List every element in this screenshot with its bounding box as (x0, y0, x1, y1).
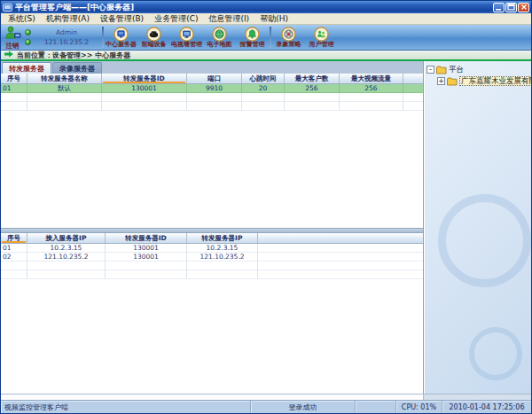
table-row-selected[interactable]: 01 默认 130001 9910 20 256 256 (1, 84, 423, 93)
tree-node-label-selected: 广东嘉耀木业发展有限公司 (459, 76, 531, 86)
column-header[interactable]: 转发服务器名称 (27, 74, 102, 83)
toolbar-button-label: 录象策略 (277, 42, 301, 48)
menu-bar: 系统(S) 机构管理(A) 设备管理(B) 业务管理(C) 信息管理(I) 帮助… (1, 13, 531, 25)
e-map-icon (212, 27, 227, 42)
toolbar: 注销 Admin 121.10.235.2 中心服务器 前端设备 (1, 25, 531, 51)
statusbar-cpu-usage: CPU: 01% (396, 401, 442, 413)
column-header[interactable]: 最大客户数 (285, 74, 340, 83)
table-row[interactable]: 01 10.2.3.15 130001 10.2.3.15 (1, 244, 423, 253)
close-button[interactable] (518, 3, 529, 12)
menu-information[interactable]: 信息管理(I) (203, 13, 254, 24)
forward-table-body: 01 默认 130001 9910 20 256 256 (1, 84, 423, 228)
menu-help[interactable]: 帮助(H) (254, 13, 293, 24)
statusbar-login-status: 登录成功 (251, 401, 356, 413)
tab-forward-server[interactable]: 转发服务器 (2, 62, 51, 74)
cell: 10.2.3.15 (187, 244, 258, 253)
column-header[interactable]: 序号 (1, 74, 27, 83)
front-device-icon (146, 27, 161, 42)
column-header[interactable]: 端口 (187, 74, 242, 83)
minimize-button[interactable] (493, 3, 505, 12)
toolbar-secondary-group: 录象策略 用户管理 (272, 25, 338, 50)
expand-expander-icon[interactable]: + (437, 77, 445, 85)
toolbar-button-record-policy[interactable]: 录象策略 (272, 25, 305, 50)
app-window: 平台管理客户端——[中心服务器] 系统(S) 机构管理(A) 设备管理(B) 业… (0, 0, 532, 414)
window-controls (493, 3, 529, 12)
cell: 121.10.235.2 (187, 253, 258, 262)
logout-button[interactable]: 注销 (3, 26, 22, 50)
cell: 130001 (106, 244, 187, 253)
collapse-expander-icon[interactable]: - (426, 66, 434, 74)
toolbar-button-center-server[interactable]: 中心服务器 (105, 25, 137, 50)
window-title: 平台管理客户端——[中心服务器] (15, 4, 490, 12)
access-table-header: 序号 接入服务器IP 转发服务器ID 转发服务器IP (1, 233, 423, 244)
column-header-sorted[interactable]: 序号 (1, 233, 27, 243)
toolbar-main-group: 中心服务器 前端设备 电视墙管理 电子地图 报警管理 (105, 25, 269, 50)
table-row[interactable]: 02 121.10.235.2 130001 121.10.235.2 (1, 253, 423, 262)
connection-leds (25, 29, 31, 45)
tree-node-label: 平台 (449, 66, 464, 74)
tree-node-company[interactable]: + 广东嘉耀木业发展有限公司 (426, 75, 529, 87)
cell: 121.10.235.2 (27, 253, 106, 262)
toolbar-button-front-device[interactable]: 前端设备 (137, 25, 170, 50)
status-led-icon (25, 29, 31, 35)
breadcrumb-label: 当前位置：设备管理>> 中心服务器 (17, 51, 130, 60)
alarm-bell-icon (245, 27, 260, 42)
watermark-circle (469, 327, 522, 380)
bottom-strip (1, 394, 531, 400)
toolbar-button-label: 电视墙管理 (171, 42, 202, 48)
server-tabs: 转发服务器 录像服务器 (1, 61, 423, 74)
cell-filler (258, 244, 423, 253)
toolbar-button-tv-wall[interactable]: 电视墙管理 (170, 25, 203, 50)
status-led-icon (25, 39, 31, 45)
menu-system[interactable]: 系统(S) (3, 13, 41, 24)
tab-record-server[interactable]: 录像服务器 (52, 62, 102, 74)
cell: 9910 (187, 84, 242, 93)
forward-table-header: 序号 转发服务器名称 转发服务器ID 端口 心跳时间 最大客户数 最大视频流量 (1, 74, 423, 84)
menu-device[interactable]: 设备管理(B) (95, 13, 149, 24)
cell: 130001 (106, 253, 187, 262)
server-list-pane: 转发服务器 录像服务器 序号 转发服务器名称 转发服务器ID 端口 心跳时间 最… (1, 61, 424, 394)
column-header[interactable]: 转发服务器IP (187, 233, 258, 243)
folder-icon (436, 66, 447, 74)
cell: 10.2.3.15 (27, 244, 106, 253)
toolbar-button-user-management[interactable]: 用户管理 (305, 25, 338, 50)
server-ip: 121.10.235.2 (34, 37, 99, 47)
location-arrow-icon (4, 51, 13, 59)
cell: 256 (285, 84, 340, 93)
organization-tree-panel: - 平台 + 广东嘉耀木业发展有限公司 (424, 61, 531, 394)
cell-filler (403, 84, 423, 93)
tree-node-platform[interactable]: - 平台 (426, 64, 529, 75)
cell: 256 (340, 84, 403, 93)
toolbar-button-label: 用户管理 (309, 42, 334, 48)
toolbar-button-label: 电子地图 (207, 42, 232, 48)
logout-label: 注销 (6, 43, 20, 50)
toolbar-button-alarm[interactable]: 报警管理 (236, 25, 269, 50)
column-header[interactable]: 最大视频流量 (340, 74, 403, 83)
column-header[interactable]: 转发服务器ID (106, 233, 187, 243)
statusbar-spacer (356, 401, 396, 413)
main-content: 转发服务器 录像服务器 序号 转发服务器名称 转发服务器ID 端口 心跳时间 最… (1, 61, 531, 394)
user-icon (3, 26, 22, 43)
toolbar-button-label: 前端设备 (142, 42, 167, 48)
menu-business[interactable]: 业务管理(C) (149, 13, 203, 24)
table-row-empty (1, 262, 423, 270)
tv-wall-icon (179, 27, 194, 42)
column-header-sorted[interactable]: 转发服务器ID (102, 74, 187, 83)
breadcrumb: 当前位置：设备管理>> 中心服务器 (1, 51, 531, 61)
folder-icon (447, 77, 458, 86)
cell-filler (258, 253, 423, 262)
column-header[interactable]: 心跳时间 (242, 74, 285, 83)
toolbar-separator (270, 27, 271, 48)
connection-info: Admin 121.10.235.2 (34, 27, 99, 48)
toolbar-button-e-map[interactable]: 电子地图 (203, 25, 236, 50)
menu-organization[interactable]: 机构管理(A) (41, 13, 95, 24)
table-row-empty (1, 102, 423, 111)
access-table-body: 01 10.2.3.15 130001 10.2.3.15 02 121.10.… (1, 244, 423, 394)
user-management-icon (314, 27, 329, 42)
cell: 02 (1, 253, 27, 262)
center-server-icon (113, 27, 129, 42)
column-header[interactable]: 接入服务器IP (27, 233, 106, 243)
maximize-button[interactable] (505, 3, 517, 12)
toolbar-button-label: 中心服务器 (106, 42, 137, 48)
statusbar-datetime: 2010-01-04 17:25:06 (442, 401, 531, 413)
